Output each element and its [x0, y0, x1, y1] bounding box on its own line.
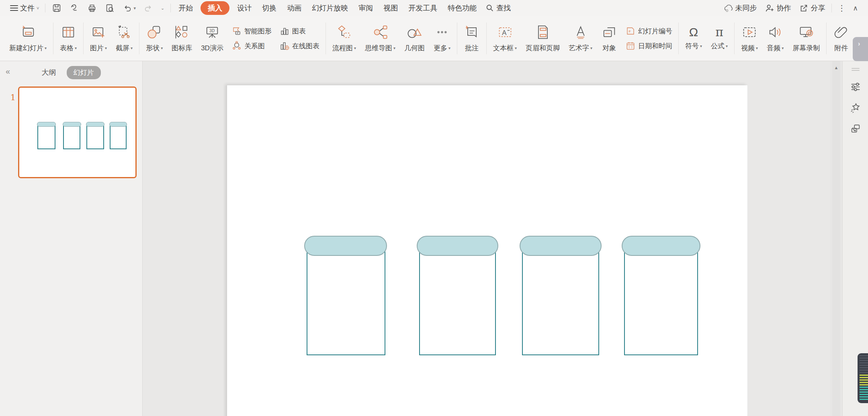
tab-slideshow[interactable]: 幻灯片放映 — [307, 2, 353, 14]
collaborate-button[interactable]: 协作 — [761, 2, 795, 14]
slide-thumbnail-1[interactable]: 1 — [18, 86, 137, 178]
object-button[interactable]: 对象 — [597, 16, 622, 61]
dropdown-icon: ▾ — [393, 46, 395, 50]
settings-sliders-button[interactable] — [850, 81, 862, 93]
slide-shape-header-2[interactable] — [417, 236, 498, 256]
tab-design[interactable]: 设计 — [232, 2, 257, 14]
customize-quick-access-button[interactable]: ⌄ — [157, 6, 168, 11]
divider — [170, 4, 171, 12]
chart-icon — [280, 26, 289, 36]
screen-record-icon — [798, 24, 814, 40]
video-button[interactable]: 视频▾ — [737, 16, 762, 61]
magic-star-button[interactable] — [850, 102, 862, 114]
editing-canvas[interactable] — [143, 61, 830, 416]
tab-outline[interactable]: 大纲 — [42, 68, 56, 77]
datetime-button[interactable]: 日期和时间 — [626, 41, 672, 51]
textbox-button[interactable]: A 文本框▾ — [489, 16, 521, 61]
tab-features[interactable]: 特色功能 — [442, 2, 482, 14]
slide-thumbnail-number: 1 — [10, 93, 16, 102]
icon-library-button[interactable]: 图标库 — [167, 16, 197, 61]
tab-review[interactable]: 审阅 — [353, 2, 378, 14]
flowchart-button[interactable]: 流程图▾ — [328, 16, 360, 61]
online-chart-button[interactable]: 在线图表 — [280, 41, 319, 51]
slide-shape-header-3[interactable] — [520, 236, 602, 256]
chart-button[interactable]: 图表 — [280, 26, 319, 36]
svg-text:3D: 3D — [209, 29, 215, 33]
tab-insert-active[interactable]: 插入 — [201, 1, 229, 15]
formula-button[interactable]: π 公式▾ — [706, 16, 732, 61]
undo-dropdown-icon[interactable]: ▾ — [133, 6, 136, 11]
screenshot-button[interactable]: 截屏▾ — [111, 16, 137, 61]
collaborate-icon — [764, 3, 775, 13]
save-button[interactable] — [48, 3, 66, 13]
table-icon — [60, 24, 76, 40]
system-indicator-widget[interactable] — [858, 353, 868, 403]
share-button[interactable]: 分享 — [795, 2, 829, 14]
sync-status[interactable]: 未同步 — [719, 2, 761, 14]
header-footer-icon — [535, 24, 551, 40]
picture-button[interactable]: 图片▾ — [86, 16, 111, 61]
divider — [831, 4, 832, 12]
dropdown-icon: ▾ — [75, 46, 77, 50]
symbol-button[interactable]: Ω 符号▾ — [681, 16, 706, 61]
more-options-button[interactable]: ⋮ — [834, 2, 850, 14]
slide-shape-body-1[interactable] — [307, 245, 385, 355]
dropdown-icon: ▾ — [105, 46, 107, 50]
slide-thumbnail-preview — [19, 88, 135, 177]
comment-button[interactable]: 批注 — [459, 16, 484, 61]
3d-demo-button[interactable]: 3D 3D演示 — [197, 16, 228, 61]
drag-handle[interactable] — [852, 67, 860, 72]
tab-devtools[interactable]: 开发工具 — [403, 2, 442, 14]
vertical-scrollbar[interactable]: ▲ — [830, 61, 842, 416]
screen-record-button[interactable]: 屏幕录制 — [788, 16, 824, 61]
thumb-shape-header-4 — [109, 122, 127, 126]
more-button[interactable]: 更多▾ — [429, 16, 455, 61]
slide-shape-header-1[interactable] — [304, 236, 387, 256]
export-button[interactable] — [66, 3, 83, 13]
svg-text:A: A — [502, 29, 507, 37]
mindmap-button[interactable]: 思维导图▾ — [360, 16, 400, 61]
dropdown-icon: ▾ — [354, 46, 356, 50]
scroll-up-arrow[interactable]: ▲ — [830, 65, 842, 70]
expand-panel-tab[interactable]: › — [853, 37, 868, 61]
relation-button[interactable]: 关系图 — [232, 41, 272, 51]
geometry-button[interactable]: 几何图 — [400, 16, 429, 61]
tab-view[interactable]: 视图 — [378, 2, 403, 14]
collapse-panel-button[interactable]: « — [6, 67, 10, 76]
switch-shapes-icon — [850, 123, 862, 135]
undo-button[interactable]: ▾ — [119, 3, 139, 13]
tab-animation[interactable]: 动画 — [282, 2, 307, 14]
textbox-icon: A — [497, 24, 513, 40]
attachment-button[interactable]: 附件 — [829, 16, 854, 61]
table-button[interactable]: 表格▾ — [55, 16, 81, 61]
shape-button[interactable]: 形状▾ — [141, 16, 167, 61]
slide-shape-body-2[interactable] — [419, 245, 496, 355]
slide-shape-header-4[interactable] — [622, 236, 700, 256]
new-slide-button[interactable]: 新建幻灯片▾ — [5, 16, 51, 61]
tab-home[interactable]: 开始 — [173, 2, 198, 14]
print-button[interactable] — [83, 3, 101, 13]
wordart-button[interactable]: 艺术字▾ — [564, 16, 597, 61]
tab-slides-active[interactable]: 幻灯片 — [67, 66, 101, 79]
collapse-ribbon-button[interactable]: ∧ — [850, 2, 862, 14]
smart-graphic-button[interactable]: 智能图形 — [232, 26, 272, 36]
switch-shapes-button[interactable] — [850, 123, 862, 135]
search-icon — [485, 4, 494, 12]
slide-shape-body-3[interactable] — [522, 245, 599, 355]
expand-right-icon: › — [858, 40, 860, 47]
dropdown-icon: ▾ — [700, 44, 702, 48]
slide-number-button[interactable]: # 幻灯片编号 — [626, 26, 672, 36]
settings-sliders-icon — [850, 81, 862, 93]
print-preview-button[interactable] — [101, 3, 119, 13]
slide-shape-body-4[interactable] — [624, 245, 698, 355]
tab-transition[interactable]: 切换 — [257, 2, 282, 14]
scrollbar-track[interactable] — [832, 61, 840, 416]
find-button[interactable]: 查找 — [482, 2, 514, 14]
object-icon — [601, 24, 617, 40]
audio-button[interactable]: 音频▾ — [762, 16, 788, 61]
find-label: 查找 — [496, 3, 511, 13]
header-footer-button[interactable]: 页眉和页脚 — [521, 16, 564, 61]
slide-page[interactable] — [227, 85, 747, 416]
app-menu-button[interactable]: 文件 ˅ — [6, 2, 43, 14]
redo-button[interactable] — [139, 3, 157, 13]
